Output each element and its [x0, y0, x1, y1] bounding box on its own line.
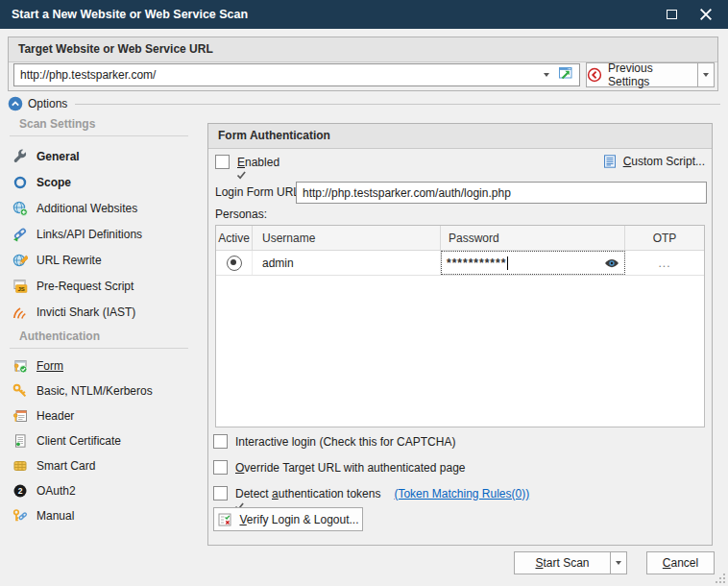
sidebar-item-label: Pre-Request Script: [36, 280, 133, 293]
enabled-checkbox[interactable]: Enabled: [215, 155, 279, 169]
target-url-header: Target Website or Web Service URL: [9, 37, 717, 62]
column-header-active[interactable]: Active: [216, 226, 253, 250]
options-divider: [75, 104, 720, 105]
custom-script-label: Custom Script...: [623, 155, 705, 168]
verify-login-logout-label: Verify Login & Logout...: [239, 513, 358, 526]
sidebar-item-label: URL Rewrite: [36, 254, 102, 267]
back-circle-icon: [587, 67, 602, 83]
detect-tokens-label: Detect authentication tokens: [235, 487, 380, 501]
column-header-username[interactable]: Username: [253, 226, 441, 250]
resize-grip[interactable]: [715, 573, 726, 584]
sidebar-item-oauth2[interactable]: 2 OAuth2: [0, 478, 198, 503]
scan-settings-divider: [10, 135, 188, 136]
sidebar-item-pre-request-script[interactable]: JS Pre-Request Script: [0, 273, 198, 299]
sidebar-item-label: General: [36, 150, 80, 163]
certificate-icon: [12, 433, 28, 449]
otp-ellipsis-button[interactable]: ...: [658, 256, 670, 270]
otp-cell[interactable]: ...: [625, 251, 704, 275]
sidebar-item-label: Smart Card: [36, 459, 95, 473]
sidebar-item-label: Form: [36, 359, 63, 373]
sidebar-item-label: Basic, NTLM/Kerberos: [36, 384, 153, 398]
start-scan-dropdown[interactable]: [610, 551, 627, 574]
sidebar-item-invicti-shark[interactable]: Invicti Shark (IAST): [0, 299, 198, 325]
checkbox-unchecked-icon: [213, 434, 228, 449]
verify-checklist-icon: [217, 512, 232, 527]
column-header-otp[interactable]: OTP: [625, 226, 704, 250]
password-input[interactable]: ***********: [441, 251, 625, 275]
start-scan-label: Start Scan: [535, 556, 589, 570]
sidebar-item-basic-ntlm[interactable]: Basic, NTLM/Kerberos: [0, 378, 198, 403]
sidebar-item-label: Additional Websites: [36, 202, 137, 215]
active-cell[interactable]: [216, 251, 253, 275]
close-icon: [698, 7, 714, 22]
login-form-url-label: Login Form URL:: [215, 185, 303, 199]
globe-plus-icon: [12, 201, 28, 216]
close-button[interactable]: [690, 0, 722, 29]
dialog-title: Start a New Website or Web Service Scan: [12, 0, 248, 29]
sidebar-item-scope[interactable]: Scope: [0, 169, 198, 195]
personas-table-header: Active Username Password OTP: [216, 226, 704, 251]
previous-settings-dropdown[interactable]: [697, 62, 715, 87]
personas-table: Active Username Password OTP admin *****…: [215, 225, 705, 427]
target-url-input[interactable]: [13, 63, 580, 86]
password-cell[interactable]: ***********: [441, 251, 625, 275]
override-target-label: Override Target URL with authenticated p…: [235, 461, 465, 475]
personas-label: Personas:: [215, 208, 267, 221]
previous-settings-label: Previous Settings: [608, 61, 697, 88]
target-url-dropdown[interactable]: [538, 63, 555, 86]
sidebar-item-url-rewrite[interactable]: URL Rewrite: [0, 247, 198, 273]
sidebar-item-smart-card[interactable]: Smart Card: [0, 453, 198, 478]
svg-text:JS: JS: [18, 285, 25, 291]
text-caret: [507, 256, 508, 270]
form-authentication-title: Form Authentication: [208, 124, 712, 149]
custom-script-button[interactable]: Custom Script...: [602, 154, 705, 169]
authentication-header: Authentication: [19, 330, 100, 343]
column-header-password[interactable]: Password: [441, 226, 625, 250]
password-masked-value: ***********: [447, 256, 506, 270]
chevron-down-icon: [703, 73, 709, 77]
enabled-label: Enabled: [237, 156, 279, 169]
sidebar-item-header-auth[interactable]: Header: [0, 403, 198, 428]
svg-text:2: 2: [18, 486, 23, 496]
checkbox-unchecked-icon: [213, 460, 228, 475]
active-radio[interactable]: [227, 256, 242, 271]
login-form-url-input[interactable]: [296, 182, 707, 204]
persona-row[interactable]: admin *********** ...: [216, 251, 704, 276]
interactive-login-checkbox[interactable]: Interactive login (Check this for CAPTCH…: [213, 434, 455, 449]
key-link-icon: [12, 508, 28, 524]
chevron-down-icon: [544, 73, 549, 77]
token-matching-rules-link[interactable]: (Token Matching Rules(0)): [394, 487, 529, 501]
scope-circle-icon: [12, 175, 28, 190]
sidebar-item-client-certificate[interactable]: Client Certificate: [0, 428, 198, 453]
sidebar-item-form[interactable]: Form: [0, 354, 198, 378]
maximize-button[interactable]: [655, 0, 688, 29]
globe-pencil-icon: [12, 253, 28, 268]
sidebar-item-links-api[interactable]: Links/API Definitions: [0, 221, 198, 247]
interactive-login-label: Interactive login (Check this for CAPTCH…: [235, 435, 455, 449]
wrench-icon: [12, 149, 28, 164]
options-collapse[interactable]: Options: [8, 96, 67, 111]
sidebar-item-label: Scope: [36, 176, 71, 189]
override-target-checkbox[interactable]: Override Target URL with authenticated p…: [213, 460, 465, 475]
open-in-browser-button[interactable]: [558, 65, 577, 85]
sidebar-item-manual[interactable]: Manual: [0, 503, 198, 528]
chevron-down-icon: [616, 561, 621, 565]
checkbox-checked-icon: [215, 155, 230, 169]
js-script-icon: JS: [12, 279, 28, 294]
authentication-divider: [10, 348, 188, 349]
form-key-check-icon: [12, 358, 28, 374]
show-password-eye-icon[interactable]: [604, 258, 619, 268]
script-doc-icon: [602, 154, 618, 169]
chain-link-icon: [12, 227, 28, 242]
sidebar-item-label: Header: [36, 409, 74, 423]
username-cell[interactable]: admin: [253, 251, 441, 275]
cancel-button[interactable]: Cancel: [646, 551, 715, 574]
detect-tokens-checkbox[interactable]: Detect authentication tokens (Token Matc…: [213, 486, 529, 501]
previous-settings-button[interactable]: Previous Settings: [586, 62, 698, 87]
scan-dialog: Start a New Website or Web Service Scan …: [0, 0, 728, 586]
cancel-label: Cancel: [663, 556, 698, 570]
sidebar-item-general[interactable]: General: [0, 143, 198, 169]
verify-login-logout-button[interactable]: Verify Login & Logout...: [213, 507, 363, 531]
sidebar-item-additional-websites[interactable]: Additional Websites: [0, 195, 198, 221]
start-scan-button[interactable]: Start Scan: [514, 551, 611, 574]
